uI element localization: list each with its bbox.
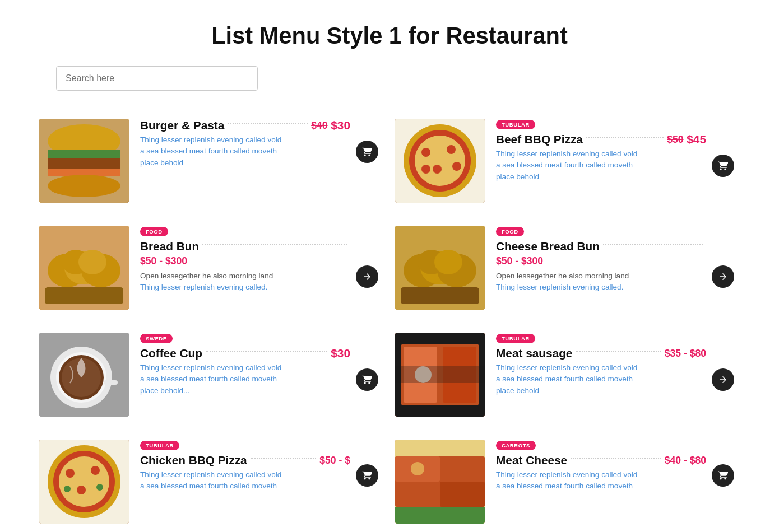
item-price-original-beef-bbq-pizza: $50 xyxy=(667,134,683,146)
item-dots-meat-cheese xyxy=(571,458,661,459)
item-name-cheese-bread-bun: Cheese Bread Bun xyxy=(496,240,600,253)
item-name-line-cheese-bread-bun: Cheese Bread Bun xyxy=(496,240,706,253)
item-price-range-meat-sausage: $35 - $80 xyxy=(665,348,706,360)
svg-point-20 xyxy=(78,250,106,274)
svg-rect-28 xyxy=(401,287,479,304)
item-dots-burger-pasta xyxy=(228,123,308,124)
item-image-burger-pasta xyxy=(39,119,129,203)
add-to-cart-button-bread-bun[interactable] xyxy=(356,265,378,288)
menu-item-burger-pasta: Burger & Pasta $40 $30 Thing lesser repl… xyxy=(34,108,390,214)
svg-point-44 xyxy=(59,456,109,507)
svg-rect-3 xyxy=(48,158,120,169)
svg-point-27 xyxy=(434,250,462,274)
item-content-meat-cheese: CARROTS Meat Cheese $40 - $80 Thing less… xyxy=(485,440,734,492)
item-name-line-coffee-cup: Coffee Cup $30 xyxy=(140,347,350,360)
menu-item-cheese-bread-bun: FOOD Cheese Bread Bun $50 - $300 Open le… xyxy=(390,214,745,321)
svg-point-11 xyxy=(447,145,456,154)
svg-point-45 xyxy=(66,469,75,478)
svg-rect-53 xyxy=(440,482,485,507)
item-description-bread-bun: Open lessegether he also morning land Th… xyxy=(140,270,350,293)
svg-point-54 xyxy=(411,462,424,475)
svg-point-13 xyxy=(452,162,461,171)
item-description-burger-pasta: Thing lesser replenish evening called vo… xyxy=(140,134,350,169)
add-to-cart-button-coffee-cup[interactable] xyxy=(356,368,378,391)
item-badge-meat-sausage: TUBULAR xyxy=(496,334,535,343)
item-image-chicken-bbq-pizza xyxy=(39,440,129,524)
item-name-line-chicken-bbq-pizza: Chicken BBQ Pizza $50 - $ xyxy=(140,454,350,467)
item-image-meat-sausage xyxy=(395,333,485,417)
svg-point-9 xyxy=(415,136,465,186)
item-image-meat-cheese xyxy=(395,440,485,524)
item-description-beef-bbq-pizza: Thing lesser replenish evening called vo… xyxy=(496,148,706,183)
svg-rect-21 xyxy=(45,287,123,304)
menu-item-meat-sausage: TUBULAR Meat sausage $35 - $80 Thing les… xyxy=(390,321,745,428)
item-price-range-meat-cheese: $40 - $80 xyxy=(665,455,706,466)
item-price-range-cheese-bread-bun: $50 - $300 xyxy=(496,255,543,267)
item-content-bread-bun: FOOD Bread Bun $50 - $300 Open lessegeth… xyxy=(129,226,378,293)
item-description-meat-sausage: Thing lesser replenish evening called vo… xyxy=(496,362,706,396)
item-content-burger-pasta: Burger & Pasta $40 $30 Thing lesser repl… xyxy=(129,119,378,169)
svg-point-14 xyxy=(421,165,430,174)
add-to-cart-button-burger-pasta[interactable] xyxy=(356,141,378,163)
menu-item-meat-cheese: CARROTS Meat Cheese $40 - $80 Thing less… xyxy=(390,428,745,532)
item-name-line-burger-pasta: Burger & Pasta $40 $30 xyxy=(140,119,350,132)
item-name-line-beef-bbq-pizza: Beef BBQ Pizza $50 $45 xyxy=(496,133,706,146)
item-description-cheese-bread-bun: Open lessegether he also morning land Th… xyxy=(496,270,706,293)
add-to-cart-button-meat-sausage[interactable] xyxy=(712,368,734,391)
item-price-current-coffee-cup: $30 xyxy=(331,347,350,360)
item-image-beef-bbq-pizza xyxy=(395,119,485,203)
item-price-range-bread-bun: $50 - $300 xyxy=(140,255,187,267)
item-description-coffee-cup: Thing lesser replenish evening called vo… xyxy=(140,362,350,396)
item-image-cheese-bread-bun xyxy=(395,226,485,310)
svg-rect-2 xyxy=(48,150,120,158)
item-dots-chicken-bbq-pizza xyxy=(251,458,317,459)
item-description-chicken-bbq-pizza: Thing lesser replenish evening called vo… xyxy=(140,469,350,492)
item-content-chicken-bbq-pizza: TUBULAR Chicken BBQ Pizza $50 - $ Thing … xyxy=(129,440,378,492)
item-image-coffee-cup xyxy=(39,333,129,417)
item-content-coffee-cup: SWEDE Coffee Cup $30 Thing lesser replen… xyxy=(129,333,378,396)
item-dots-bread-bun xyxy=(202,244,347,245)
add-to-cart-button-beef-bbq-pizza[interactable] xyxy=(712,155,734,177)
add-to-cart-button-meat-cheese[interactable] xyxy=(712,464,734,487)
item-badge-beef-bbq-pizza: TUBULAR xyxy=(496,120,535,129)
item-price-range-chicken-bbq-pizza: $50 - $ xyxy=(319,455,350,466)
item-price-current-burger-pasta: $30 xyxy=(328,119,350,132)
svg-point-46 xyxy=(91,466,100,475)
item-badge-meat-cheese: CARROTS xyxy=(496,441,536,450)
svg-point-12 xyxy=(433,165,442,174)
item-name-meat-cheese: Meat Cheese xyxy=(496,454,567,467)
svg-rect-34 xyxy=(104,380,118,385)
menu-grid: Burger & Pasta $40 $30 Thing lesser repl… xyxy=(0,108,779,532)
item-name-beef-bbq-pizza: Beef BBQ Pizza xyxy=(496,133,583,146)
svg-point-48 xyxy=(96,484,103,491)
item-price-current-beef-bbq-pizza: $45 xyxy=(684,133,706,146)
menu-item-bread-bun: FOOD Bread Bun $50 - $300 Open lessegeth… xyxy=(34,214,390,321)
svg-rect-55 xyxy=(395,507,485,524)
item-name-line-meat-cheese: Meat Cheese $40 - $80 xyxy=(496,454,706,467)
item-name-meat-sausage: Meat sausage xyxy=(496,347,572,360)
add-to-cart-button-chicken-bbq-pizza[interactable] xyxy=(356,464,378,487)
item-content-meat-sausage: TUBULAR Meat sausage $35 - $80 Thing les… xyxy=(485,333,734,396)
svg-point-10 xyxy=(421,148,430,157)
search-input[interactable] xyxy=(56,66,258,91)
item-name-burger-pasta: Burger & Pasta xyxy=(140,119,224,132)
item-name-bread-bun: Bread Bun xyxy=(140,240,199,253)
item-price-original-burger-pasta: $40 xyxy=(311,120,327,132)
item-content-cheese-bread-bun: FOOD Cheese Bread Bun $50 - $300 Open le… xyxy=(485,226,734,293)
item-badge-bread-bun: FOOD xyxy=(140,227,168,236)
item-dots-coffee-cup xyxy=(206,351,327,352)
item-name-line-bread-bun: Bread Bun xyxy=(140,240,350,253)
item-name-chicken-bbq-pizza: Chicken BBQ Pizza xyxy=(140,454,247,467)
item-dots-cheese-bread-bun xyxy=(603,244,703,245)
item-dots-beef-bbq-pizza xyxy=(586,137,664,138)
item-image-bread-bun xyxy=(39,226,129,310)
item-name-coffee-cup: Coffee Cup xyxy=(140,347,202,360)
search-container xyxy=(0,66,779,108)
menu-item-coffee-cup: SWEDE Coffee Cup $30 Thing lesser replen… xyxy=(34,321,390,428)
item-badge-coffee-cup: SWEDE xyxy=(140,334,173,343)
svg-rect-40 xyxy=(395,366,485,383)
svg-point-49 xyxy=(64,486,71,492)
menu-item-beef-bbq-pizza: TUBULAR Beef BBQ Pizza $50 $45 Thing les… xyxy=(390,108,745,214)
item-dots-meat-sausage xyxy=(576,351,661,352)
add-to-cart-button-cheese-bread-bun[interactable] xyxy=(712,265,734,288)
